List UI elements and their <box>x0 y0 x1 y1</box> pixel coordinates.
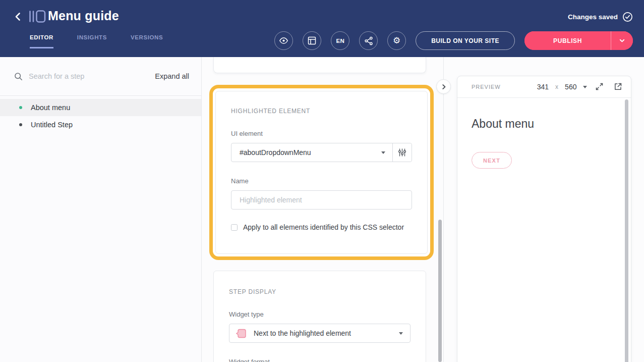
tooltip-widget-icon <box>236 328 247 339</box>
step-search-input[interactable] <box>29 72 149 80</box>
changes-saved-status: Changes saved <box>568 12 633 22</box>
collapse-preview-button[interactable] <box>436 79 451 94</box>
sliders-icon <box>398 148 406 157</box>
section-title-highlighted-element: HIGHLIGHTED ELEMENT <box>231 108 412 115</box>
app-root: Menu guide Changes saved EDITOR INSIGHTS… <box>0 0 644 362</box>
caret-down-icon <box>399 332 403 335</box>
publish-dropdown-toggle[interactable] <box>611 31 633 50</box>
search-icon <box>14 72 23 81</box>
step-display-card: STEP DISPLAY Widget type Next to the hig… <box>213 271 426 362</box>
highlighted-element-card: HIGHLIGHTED ELEMENT UI element #aboutDro… <box>215 91 428 254</box>
element-name-input[interactable] <box>231 190 412 210</box>
ui-element-select-combo: #aboutDropdownMenu <box>231 143 412 162</box>
step-item-about-menu[interactable]: About menu <box>0 99 201 116</box>
preview-expand-button[interactable] <box>594 82 604 92</box>
preview-size-select[interactable]: 341 x 560 <box>537 83 588 91</box>
publish-split-button: PUBLISH <box>524 31 633 50</box>
step-list: About menu Untitled Step <box>0 99 201 133</box>
app-logo-icon <box>29 10 46 25</box>
name-label: Name <box>231 177 412 185</box>
widget-type-select[interactable]: Next to the highlighted element <box>229 324 411 343</box>
changes-saved-label: Changes saved <box>568 13 618 21</box>
preview-step-title: About menu <box>472 117 616 131</box>
previous-settings-card-partial <box>213 57 426 73</box>
apply-all-checkbox[interactable] <box>231 224 238 231</box>
build-on-your-site-button[interactable]: BUILD ON YOUR SITE <box>416 31 515 50</box>
tab-versions[interactable]: VERSIONS <box>131 34 163 48</box>
preview-open-external-button[interactable] <box>613 82 623 92</box>
language-button[interactable]: EN <box>331 31 349 50</box>
settings-gear-button[interactable]: ⚙ <box>387 31 406 50</box>
share-icon <box>364 36 373 45</box>
step-bullet-icon <box>19 106 22 109</box>
step-settings-panel: HIGHLIGHTED ELEMENT UI element #aboutDro… <box>202 57 444 362</box>
preview-title: PREVIEW <box>472 84 501 90</box>
gear-icon: ⚙ <box>393 36 401 45</box>
tab-insights[interactable]: INSIGHTS <box>77 34 107 48</box>
preview-height-value: 560 <box>565 83 576 91</box>
layout-panel-button[interactable] <box>303 31 321 50</box>
external-link-icon <box>613 82 623 91</box>
preview-header-actions <box>594 82 623 92</box>
share-button[interactable] <box>359 31 378 50</box>
highlight-ring-inner: HIGHLIGHTED ELEMENT UI element #aboutDro… <box>213 88 430 256</box>
step-label: Untitled Step <box>31 121 73 129</box>
tab-editor[interactable]: EDITOR <box>30 34 53 48</box>
editor-scrollbar-thumb[interactable] <box>438 220 442 362</box>
chevron-right-icon <box>441 84 447 90</box>
preview-eye-button[interactable] <box>274 31 293 50</box>
ui-element-label: UI element <box>231 130 412 137</box>
caret-down-icon <box>381 151 385 154</box>
layout-icon <box>308 36 316 45</box>
preview-header: PREVIEW 341 x 560 <box>457 76 631 98</box>
top-header: Menu guide Changes saved EDITOR INSIGHTS… <box>0 0 644 57</box>
steps-sidebar: Expand all About menu Untitled Step <box>0 57 202 362</box>
chevron-down-icon <box>619 37 625 44</box>
caret-down-icon <box>583 86 587 88</box>
topbar-actions: EN ⚙ BUILD ON YOUR SITE PUBLISH <box>274 31 633 50</box>
preview-next-button[interactable]: NEXT <box>472 152 512 169</box>
step-item-untitled-step[interactable]: Untitled Step <box>0 116 201 133</box>
section-title-step-display: STEP DISPLAY <box>229 288 411 295</box>
page-body: Expand all About menu Untitled Step HI <box>0 57 644 362</box>
preview-panel: PREVIEW 341 x 560 <box>457 76 631 362</box>
check-circle-icon <box>622 12 633 22</box>
ui-element-value: #aboutDropdownMenu <box>240 148 381 157</box>
eye-icon <box>279 36 288 45</box>
preview-column: PREVIEW 341 x 560 <box>444 57 644 362</box>
preview-width-value: 341 <box>537 83 549 91</box>
step-label: About menu <box>31 104 70 112</box>
publish-button[interactable]: PUBLISH <box>524 31 611 50</box>
preview-scrollbar-thumb[interactable] <box>625 99 628 362</box>
chevron-left-icon <box>13 11 24 22</box>
step-search-row: Expand all <box>0 57 201 96</box>
expand-all-link[interactable]: Expand all <box>155 72 189 80</box>
editor-tabs: EDITOR INSIGHTS VERSIONS <box>30 34 163 48</box>
step-bullet-icon <box>19 123 22 126</box>
back-button[interactable] <box>11 10 25 24</box>
expand-diagonal-icon <box>595 82 604 91</box>
selector-settings-button[interactable] <box>393 143 412 162</box>
widget-type-value: Next to the highlighted element <box>254 329 392 337</box>
size-separator: x <box>555 83 558 90</box>
apply-all-checkbox-row[interactable]: Apply to all elements identified by this… <box>231 223 412 231</box>
preview-body: About menu NEXT <box>457 98 631 169</box>
ui-element-select[interactable]: #aboutDropdownMenu <box>231 143 393 162</box>
highlight-selection-ring: HIGHLIGHTED ELEMENT UI element #aboutDro… <box>209 85 434 260</box>
widget-format-label: Widget format <box>229 358 411 362</box>
widget-type-label: Widget type <box>229 311 411 318</box>
apply-all-checkbox-label: Apply to all elements identified by this… <box>243 223 404 231</box>
guide-title: Menu guide <box>48 9 119 23</box>
